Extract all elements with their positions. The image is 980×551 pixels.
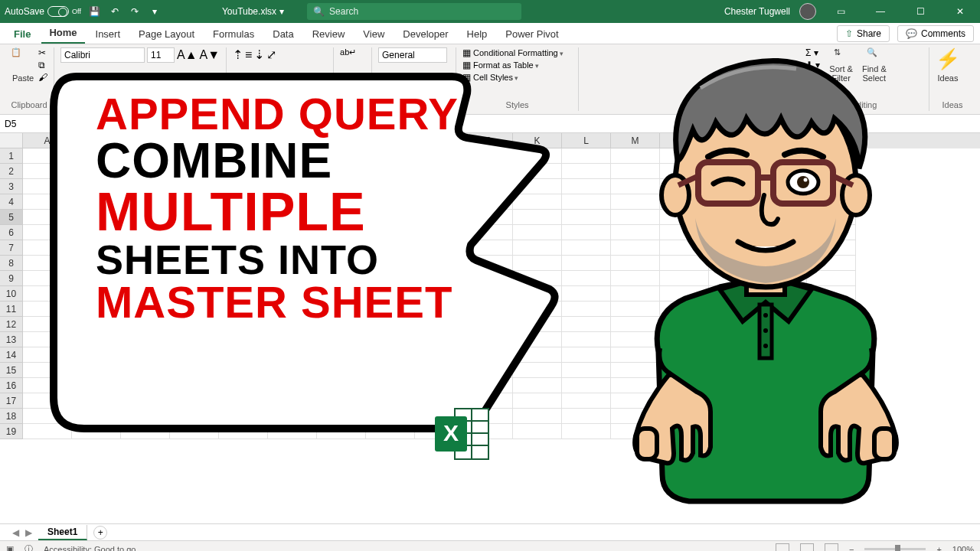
search-input[interactable]: 🔍 Search	[307, 3, 521, 20]
row-header-15[interactable]: 15	[0, 363, 23, 378]
statusbar: ▣ ⓘ Accessibility: Good to go − + 100%	[0, 540, 980, 551]
svg-point-23	[797, 176, 809, 188]
font-size-combo[interactable]: 11	[147, 47, 175, 63]
filename[interactable]: YouTube.xlsx ▾	[222, 6, 284, 17]
page-break-view-icon[interactable]	[825, 543, 838, 552]
search-icon: 🔍	[313, 6, 325, 17]
svg-point-24	[804, 178, 808, 182]
align-top-icon[interactable]: ⇡	[233, 47, 243, 62]
autosave-toggle[interactable]: AutoSave Off	[5, 6, 81, 17]
row-header-11[interactable]: 11	[0, 302, 23, 317]
toggle-off-icon[interactable]	[47, 6, 69, 17]
paste-button[interactable]: 📋 Paste	[11, 47, 35, 83]
comment-icon: 💬	[906, 28, 917, 39]
row-header-17[interactable]: 17	[0, 393, 23, 409]
row-header-7[interactable]: 7	[0, 240, 23, 256]
font-family-combo[interactable]: Calibri	[60, 47, 145, 63]
normal-view-icon[interactable]	[776, 543, 789, 552]
add-sheet-button[interactable]: +	[93, 526, 107, 540]
tab-file[interactable]: File	[6, 24, 38, 44]
autosave-state: Off	[72, 8, 81, 15]
row-header-18[interactable]: 18	[0, 409, 23, 424]
svg-point-8	[763, 313, 768, 318]
tab-help[interactable]: Help	[459, 24, 495, 44]
decrease-font-icon[interactable]: A▼	[200, 48, 220, 62]
sheet-tab-sheet1[interactable]: Sheet1	[38, 525, 87, 540]
save-icon[interactable]: 💾	[89, 5, 101, 18]
tab-developer[interactable]: Developer	[395, 24, 456, 44]
bubble-line3: MULTIPLE	[96, 185, 459, 239]
ribbon-display-icon[interactable]: ▭	[825, 0, 856, 23]
speech-bubble-overlay: APPEND QUERY COMBINE MULTIPLE SHEETS INT…	[38, 61, 559, 452]
ribbon-tabs: File Home Insert Page Layout Formulas Da…	[0, 23, 980, 44]
zoom-in-icon[interactable]: +	[936, 545, 941, 552]
wrap-text-icon[interactable]: ab↵	[340, 47, 356, 57]
conditional-formatting-button[interactable]: ▦ Conditional Formatting	[462, 47, 564, 58]
tab-review[interactable]: Review	[305, 24, 353, 44]
bubble-line2: COMBINE	[96, 136, 459, 185]
orientation-icon[interactable]: ⤢	[266, 47, 276, 62]
increase-font-icon[interactable]: A▲	[177, 48, 198, 62]
user-avatar-icon[interactable]	[799, 3, 816, 20]
row-header-9[interactable]: 9	[0, 271, 23, 286]
tab-data[interactable]: Data	[265, 24, 301, 44]
row-header-14[interactable]: 14	[0, 347, 23, 363]
chevron-down-icon: ▾	[279, 6, 284, 17]
zoom-out-icon[interactable]: −	[849, 545, 854, 552]
row-header-6[interactable]: 6	[0, 225, 23, 240]
select-all-button[interactable]	[0, 133, 23, 148]
row-header-19[interactable]: 19	[0, 424, 23, 439]
sheet-nav-next-icon[interactable]: ▶	[25, 527, 32, 538]
bubble-line4: SHEETS INTO	[96, 239, 459, 280]
tab-home[interactable]: Home	[41, 23, 84, 44]
titlebar: AutoSave Off 💾 ↶ ↷ ▾ YouTube.xlsx ▾ 🔍 Se…	[0, 0, 980, 23]
row-header-13[interactable]: 13	[0, 332, 23, 347]
cut-icon[interactable]: ✂	[38, 47, 47, 58]
comments-button[interactable]: 💬 Comments	[897, 25, 974, 42]
accessibility-status[interactable]: Accessibility: Good to go	[44, 545, 136, 552]
share-label: Share	[857, 28, 881, 39]
bubble-line5: MASTER SHEET	[96, 280, 459, 324]
page-layout-view-icon[interactable]	[800, 543, 814, 552]
row-header-16[interactable]: 16	[0, 378, 23, 393]
align-middle-icon[interactable]: ≡	[245, 48, 252, 62]
cartoon-avatar	[567, 46, 965, 520]
close-icon[interactable]: ✕	[945, 0, 975, 23]
bubble-text: APPEND QUERY COMBINE MULTIPLE SHEETS INT…	[96, 92, 459, 324]
tab-formulas[interactable]: Formulas	[205, 24, 262, 44]
row-header-1[interactable]: 1	[0, 148, 23, 164]
undo-icon[interactable]: ↶	[109, 5, 121, 18]
search-placeholder: Search	[329, 6, 358, 17]
align-bottom-icon[interactable]: ⇣	[254, 47, 264, 62]
row-header-4[interactable]: 4	[0, 194, 23, 210]
accessibility-icon: ⓘ	[24, 543, 33, 551]
excel-logo-icon: X	[432, 403, 495, 465]
row-header-2[interactable]: 2	[0, 164, 23, 179]
row-header-5[interactable]: 5	[0, 210, 23, 225]
redo-icon[interactable]: ↷	[129, 5, 141, 18]
tab-insert[interactable]: Insert	[88, 24, 129, 44]
comments-label: Comments	[921, 28, 965, 39]
autosave-label: AutoSave	[5, 6, 44, 17]
row-header-12[interactable]: 12	[0, 317, 23, 332]
tab-power-pivot[interactable]: Power Pivot	[498, 24, 566, 44]
sheet-nav-prev-icon[interactable]: ◀	[12, 527, 19, 538]
record-macro-icon[interactable]: ▣	[6, 544, 14, 551]
zoom-slider[interactable]	[864, 548, 926, 550]
qat-dropdown-icon[interactable]: ▾	[149, 5, 161, 18]
row-header-10[interactable]: 10	[0, 286, 23, 302]
bubble-line1: APPEND QUERY	[96, 92, 459, 136]
row-header-3[interactable]: 3	[0, 179, 23, 194]
cond-fmt-label: Conditional Formatting	[473, 48, 564, 57]
number-format-combo[interactable]: General	[378, 47, 447, 63]
svg-text:X: X	[443, 420, 459, 445]
paste-label: Paste	[12, 73, 34, 83]
row-header-8[interactable]: 8	[0, 256, 23, 271]
maximize-icon[interactable]: ☐	[905, 0, 936, 23]
share-button[interactable]: ⇧ Share	[837, 25, 890, 42]
tab-view[interactable]: View	[355, 24, 392, 44]
username[interactable]: Chester Tugwell	[724, 6, 790, 17]
zoom-level[interactable]: 100%	[952, 545, 974, 552]
tab-page-layout[interactable]: Page Layout	[131, 24, 202, 44]
minimize-icon[interactable]: —	[865, 0, 896, 23]
